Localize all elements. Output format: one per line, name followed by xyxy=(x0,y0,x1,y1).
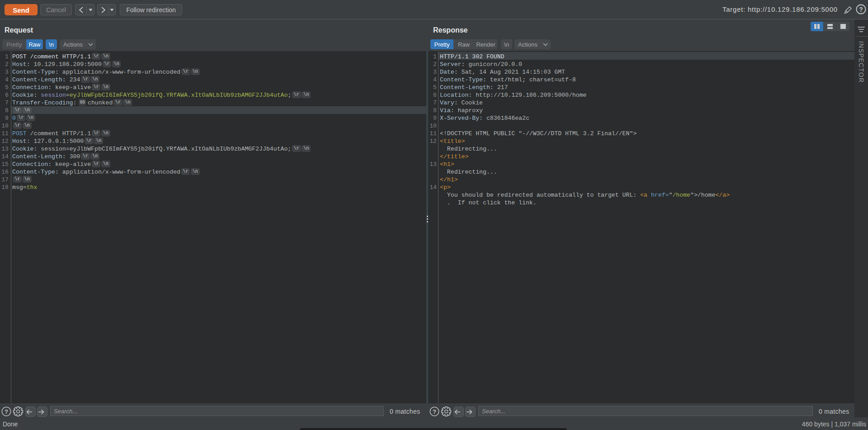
svg-text:?: ? xyxy=(5,408,8,415)
svg-text:?: ? xyxy=(433,408,436,415)
svg-text:?: ? xyxy=(859,6,863,13)
